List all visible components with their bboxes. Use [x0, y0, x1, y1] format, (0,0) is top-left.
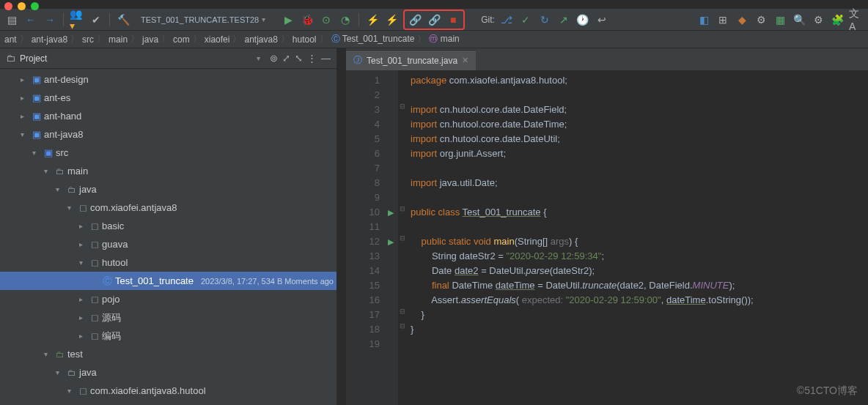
lightning-icon[interactable]: ⚡ [365, 12, 380, 27]
back-icon[interactable]: ← [23, 12, 38, 27]
project-icon: 🗀 [6, 53, 15, 64]
gutter-run-icon[interactable]: ▶ [384, 234, 397, 249]
editor-tabs: Ⓙ Test_001_truncate.java ✕ [346, 48, 868, 70]
expand-icon[interactable]: ⤢ [282, 53, 290, 64]
main-area: 🗀 Project ▾ ⊚ ⤢ ⤡ ⋮ — ▸▣ant-design▸▣ant-… [0, 48, 868, 405]
tree-row-ant-java8[interactable]: ▾▣ant-java8 [0, 125, 336, 144]
tool5-icon[interactable]: ▦ [773, 12, 787, 27]
code-content[interactable]: package com.xiaofei.antjava8.hutool; imp… [406, 70, 868, 405]
git-push-icon[interactable]: ↗ [556, 12, 571, 27]
window-controls[interactable] [4, 2, 39, 10]
profile-icon[interactable]: ◔ [338, 12, 353, 27]
tool1-icon[interactable]: ◧ [696, 12, 711, 27]
gutter-run-icon [384, 322, 397, 337]
tree-row-basic[interactable]: ▸◻basic [0, 217, 336, 235]
breadcrumb-item[interactable]: xiaofei [205, 34, 230, 45]
gutter-run-icon [384, 73, 397, 88]
breadcrumb-sep: 〉 [232, 33, 241, 45]
search-icon[interactable]: 🔍 [792, 12, 806, 27]
gutter-run-icon [384, 88, 397, 103]
project-header: 🗀 Project ▾ ⊚ ⤢ ⤡ ⋮ — [0, 48, 336, 69]
breadcrumb-item[interactable]: java [142, 34, 158, 45]
gutter-run-icon[interactable]: ▶ [384, 205, 397, 220]
breadcrumb-item[interactable]: hutool [293, 34, 317, 45]
tree-row-src[interactable]: ▾▣src [0, 144, 336, 162]
tree-row-com-xiaofei-antjava8-hutool[interactable]: ▾◻com.xiaofei.antjava8.hutool [0, 382, 336, 400]
breadcrumb-item[interactable]: ant [4, 34, 17, 45]
git-rollback-icon[interactable]: ↩ [595, 12, 609, 27]
tree-row-ant-hand[interactable]: ▸▣ant-hand [0, 107, 336, 125]
chevron-down-icon[interactable]: ▾ [257, 54, 265, 62]
breadcrumb-item[interactable]: ant-java8 [32, 34, 67, 45]
close-dot[interactable] [4, 2, 12, 10]
tree-row-pojo[interactable]: ▸◻pojo [0, 290, 336, 308]
settings-icon[interactable]: ⚙ [811, 12, 825, 27]
git-branch-icon[interactable]: ⎇ [499, 12, 514, 27]
tree-row-ant-design[interactable]: ▸▣ant-design [0, 70, 336, 89]
users-icon[interactable]: 👥▾ [70, 12, 84, 27]
gutter-run-icon [384, 308, 397, 322]
tree-label: main [67, 166, 88, 177]
tree-label: Test_001_truncate [115, 275, 194, 286]
git-commit-icon[interactable]: ✓ [518, 12, 533, 27]
forward-icon[interactable]: → [43, 12, 57, 27]
debug-icon[interactable]: 🐞 [300, 12, 315, 27]
hide-icon[interactable]: — [321, 53, 331, 64]
breadcrumb-item[interactable]: src [82, 34, 94, 45]
close-tab-icon[interactable]: ✕ [462, 56, 468, 65]
translate-icon[interactable]: 文A [849, 12, 864, 27]
breadcrumb-sep: 〉 [320, 33, 328, 45]
tree-row-hutool[interactable]: ▾◻hutool [0, 253, 336, 272]
separator [358, 13, 359, 26]
tab-test-001-truncate[interactable]: Ⓙ Test_001_truncate.java ✕ [346, 50, 476, 70]
watermark: ©51CTO博客 [797, 384, 858, 398]
breadcrumb-sep: 〉 [130, 33, 139, 45]
tree-row-ant-es[interactable]: ▸▣ant-es [0, 89, 336, 107]
gutter-run-icon [384, 103, 397, 117]
gutter-run-icon [384, 146, 397, 161]
target-icon[interactable]: ⊚ [270, 53, 278, 64]
tree-row-test[interactable]: ▾🗀test [0, 345, 336, 363]
breadcrumb-item[interactable]: com [173, 34, 190, 45]
lightning2-icon[interactable]: ⚡ [384, 12, 399, 27]
java-file-icon: Ⓙ [353, 54, 362, 67]
breadcrumb-item[interactable]: Ⓒ Test_001_truncate [331, 33, 415, 45]
tree-label: ant-hand [44, 111, 81, 122]
tree-row-main[interactable]: ▾🗀main [0, 162, 336, 180]
max-dot[interactable] [31, 2, 39, 10]
attach2-icon[interactable]: 🔗 [427, 12, 441, 27]
attach-icon[interactable]: 🔗 [408, 12, 422, 27]
breadcrumb-item[interactable]: ⓜ main [429, 33, 459, 45]
more-icon[interactable]: ⋮ [307, 53, 317, 64]
code-editor[interactable]: 12345678910111213141516171819 ▶▶ ⊟⊟⊟⊟⊟ p… [346, 70, 868, 405]
tree-row-guava[interactable]: ▸◻guava [0, 235, 336, 253]
tree-label: java [79, 184, 97, 195]
tool3-icon[interactable]: ◆ [735, 12, 749, 27]
tool2-icon[interactable]: ⊞ [716, 12, 730, 27]
git-update-icon[interactable]: ↻ [537, 12, 552, 27]
tree-row-java[interactable]: ▾🗀java [0, 363, 336, 382]
tree-label: pojo [102, 294, 120, 305]
stop-icon[interactable]: ■ [446, 12, 460, 27]
tool4-icon[interactable]: ⚙ [754, 12, 768, 27]
tree-row-java[interactable]: ▾🗀java [0, 180, 336, 198]
plugins-icon[interactable]: 🧩 [830, 12, 845, 27]
build-icon[interactable]: 🔨 [116, 12, 130, 27]
breadcrumb-sep: 〉 [97, 33, 106, 45]
coverage-icon[interactable]: ⊙ [319, 12, 334, 27]
run-icon[interactable]: ▶ [281, 12, 295, 27]
tree-label: com.xiaofei.antjava8 [90, 202, 177, 213]
leaf-icon[interactable]: ✔ [89, 12, 103, 27]
git-history-icon[interactable]: 🕐 [575, 12, 590, 27]
breadcrumb-item[interactable]: main [108, 34, 128, 45]
breadcrumb-item[interactable]: antjava8 [244, 34, 277, 45]
tree-row---[interactable]: ▸◻源码 [0, 308, 336, 327]
tree-row-com-xiaofei-antjava8[interactable]: ▾◻com.xiaofei.antjava8 [0, 198, 336, 217]
tree-row---[interactable]: ▸◻编码 [0, 327, 336, 345]
open-icon[interactable]: ▤ [4, 12, 19, 27]
collapse-icon[interactable]: ⤡ [295, 53, 303, 64]
min-dot[interactable] [18, 2, 26, 10]
tree-row-test-001-truncate[interactable]: ⒸTest_001_truncate2023/3/8, 17:27, 534 B… [0, 272, 336, 290]
tree-label: ant-java8 [44, 129, 83, 140]
run-config-selector[interactable]: TEST_001_TRUNCATE.TEST28 ▾ [135, 14, 276, 26]
